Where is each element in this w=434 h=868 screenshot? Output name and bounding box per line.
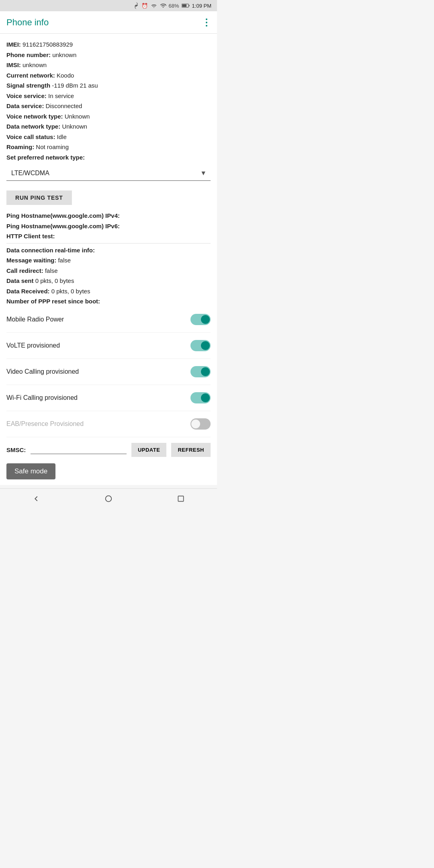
imei-label: IMEI: — [6, 41, 21, 48]
smsc-input[interactable] — [31, 445, 127, 454]
phone-number-value: unknown — [52, 51, 76, 58]
toggle-switch-eab-presence-provisioned — [190, 418, 211, 430]
data-received-line: Data Received: 0 pkts, 0 bytes — [6, 286, 211, 297]
toggle-switch-wifi-calling-provisioned[interactable] — [190, 392, 211, 403]
current-network-value: Koodo — [57, 72, 74, 79]
dropdown-wrapper: LTE/WCDMALTE onlyWCDMA onlyGSM onlyGSM/W… — [6, 166, 211, 181]
status-time: 1:09 PM — [192, 3, 211, 9]
toggle-switch-volte-provisioned[interactable] — [190, 340, 211, 351]
safe-mode-label: Safe mode — [6, 463, 55, 479]
voice-service-label: Voice service: — [6, 92, 47, 99]
data-network-type-line: Data network type: Unknown — [6, 121, 211, 132]
bottom-nav — [0, 488, 217, 509]
app-bar: Phone info — [0, 11, 217, 34]
ppp-reset-label: Number of PPP reset since boot: — [6, 298, 100, 305]
refresh-button[interactable]: REFRESH — [171, 443, 211, 457]
data-connection-label: Data connection real-time info: — [6, 245, 211, 256]
toggle-label-volte-provisioned: VoLTE provisioned — [6, 342, 60, 349]
ppp-reset-line: Number of PPP reset since boot: — [6, 296, 211, 307]
voice-network-type-line: Voice network type: Unknown — [6, 111, 211, 122]
voice-network-type-label: Voice network type: — [6, 113, 63, 120]
wifi-icon — [150, 3, 158, 8]
preferred-network-label: Set preferred network type: — [6, 152, 211, 163]
data-service-label: Data service: — [6, 102, 44, 109]
toggle-label-wifi-calling-provisioned: Wi-Fi Calling provisioned — [6, 394, 78, 401]
data-sent-label: Data sent — [6, 277, 34, 284]
imsi-value: unknown — [23, 61, 47, 68]
data-connection-text: Data connection real-time info: — [6, 247, 95, 254]
data-received-label: Data Received: — [6, 288, 50, 295]
signal-strength-line: Signal strength -119 dBm 21 asu — [6, 80, 211, 91]
svg-rect-3 — [182, 4, 186, 7]
page-title: Phone info — [6, 17, 49, 28]
roaming-label: Roaming: — [6, 143, 34, 150]
voice-service-line: Voice service: In service — [6, 91, 211, 101]
voice-network-type-value: Unknown — [65, 113, 90, 120]
data-sent-line: Data sent 0 pkts, 0 bytes — [6, 276, 211, 286]
current-network-label: Current network: — [6, 72, 55, 79]
bluetooth-icon — [133, 2, 139, 9]
toggle-thumb-video-calling-provisioned — [201, 367, 210, 376]
battery-icon — [182, 3, 190, 8]
message-waiting-line: Message waiting: false — [6, 255, 211, 266]
safe-mode-container: Safe mode — [6, 457, 211, 485]
back-button[interactable] — [24, 491, 48, 507]
toggle-row-wifi-calling-provisioned: Wi-Fi Calling provisioned — [6, 385, 211, 411]
toggle-thumb-eab-presence-provisioned — [191, 420, 200, 428]
toggle-track-mobile-radio-power — [190, 314, 211, 325]
data-network-type-value: Unknown — [62, 123, 87, 130]
back-icon — [32, 494, 41, 503]
voice-call-status-value: Idle — [57, 133, 67, 140]
preferred-network-dropdown-section: LTE/WCDMALTE onlyWCDMA onlyGSM onlyGSM/W… — [6, 166, 211, 181]
data-service-line: Data service: Disconnected — [6, 101, 211, 111]
signal-strength-label: Signal strength — [6, 82, 50, 89]
current-network-line: Current network: Koodo — [6, 70, 211, 81]
update-button[interactable]: UPDATE — [131, 443, 166, 457]
home-button[interactable] — [96, 491, 121, 507]
signal-icon — [160, 2, 166, 9]
http-client-line: HTTP Client test: — [6, 231, 211, 242]
toggle-row-eab-presence-provisioned: EAB/Presence Provisioned — [6, 411, 211, 437]
toggle-thumb-mobile-radio-power — [201, 315, 210, 324]
call-redirect-line: Call redirect: false — [6, 266, 211, 276]
svg-rect-5 — [178, 496, 183, 501]
message-waiting-value: false — [58, 257, 71, 264]
data-sent-value: 0 pkts, 0 bytes — [35, 277, 74, 284]
status-icons: ⏰ 68% 1:09 PM — [133, 2, 211, 9]
call-redirect-value: false — [45, 267, 58, 274]
message-waiting-label: Message waiting: — [6, 257, 56, 264]
voice-service-value: In service — [48, 92, 74, 99]
toggle-track-wifi-calling-provisioned — [190, 392, 211, 403]
imsi-line: IMSI: unknown — [6, 60, 211, 70]
svg-point-4 — [106, 496, 112, 502]
more-options-button[interactable] — [203, 15, 211, 30]
status-bar: ⏰ 68% 1:09 PM — [0, 0, 217, 11]
alarm-icon: ⏰ — [141, 3, 148, 9]
ping-ipv6-label: Ping Hostname(www.google.com) IPv6: — [6, 223, 120, 229]
toggle-row-mobile-radio-power: Mobile Radio Power — [6, 307, 211, 333]
run-ping-test-button[interactable]: RUN PING TEST — [6, 190, 72, 205]
toggle-row-video-calling-provisioned: Video Calling provisioned — [6, 359, 211, 385]
toggle-track-eab-presence-provisioned — [190, 418, 211, 430]
data-service-value: Disconnected — [46, 102, 82, 109]
toggle-rows-container: Mobile Radio PowerVoLTE provisionedVideo… — [6, 307, 211, 437]
toggle-thumb-volte-provisioned — [201, 341, 210, 350]
ping-ipv4-line: Ping Hostname(www.google.com) IPv4: — [6, 211, 211, 221]
imei-value: 911621750883929 — [23, 41, 73, 48]
toggle-switch-video-calling-provisioned[interactable] — [190, 366, 211, 377]
voice-call-status-label: Voice call status: — [6, 133, 55, 140]
roaming-line: Roaming: Not roaming — [6, 142, 211, 152]
toggle-label-mobile-radio-power: Mobile Radio Power — [6, 316, 64, 323]
recents-button[interactable] — [169, 491, 193, 507]
phone-number-line: Phone number: unknown — [6, 50, 211, 60]
imsi-label: IMSI: — [6, 61, 21, 68]
preferred-network-text: Set preferred network type: — [6, 154, 85, 161]
toggle-track-video-calling-provisioned — [190, 366, 211, 377]
preferred-network-select[interactable]: LTE/WCDMALTE onlyWCDMA onlyGSM onlyGSM/W… — [6, 166, 211, 181]
http-client-label: HTTP Client test: — [6, 233, 55, 240]
ping-ipv4-label: Ping Hostname(www.google.com) IPv4: — [6, 212, 120, 219]
toggle-label-video-calling-provisioned: Video Calling provisioned — [6, 368, 79, 375]
toggle-track-volte-provisioned — [190, 340, 211, 351]
main-content: IMEI: 911621750883929 Phone number: unkn… — [0, 34, 217, 485]
toggle-switch-mobile-radio-power[interactable] — [190, 314, 211, 325]
